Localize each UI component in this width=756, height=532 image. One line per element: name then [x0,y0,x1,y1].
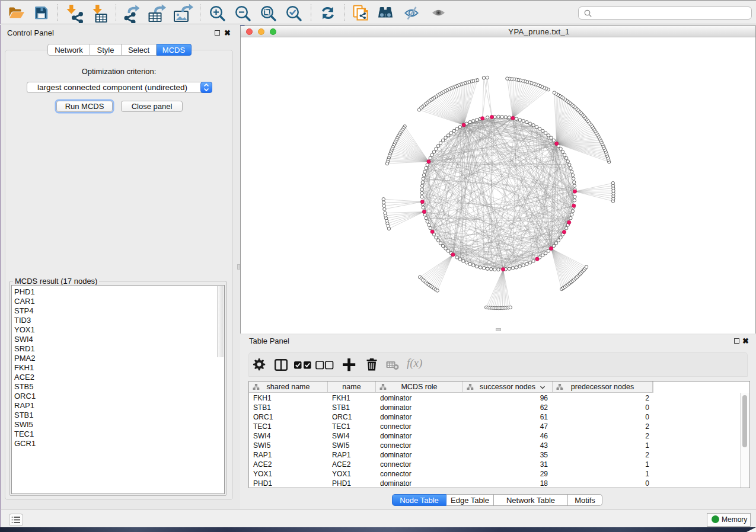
svg-text:f(x): f(x) [407,357,422,370]
